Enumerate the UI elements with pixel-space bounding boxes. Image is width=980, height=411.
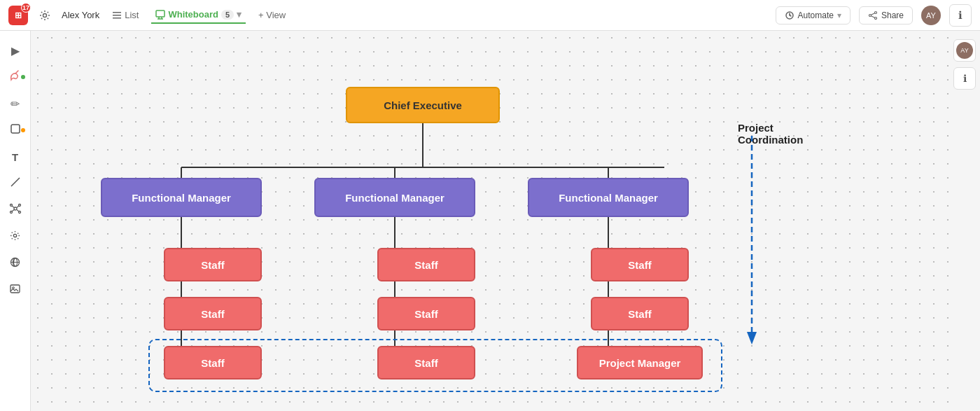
topbar-right: Automate ▾ Share AY ℹ <box>776 4 972 27</box>
info-button[interactable]: ℹ <box>949 4 972 27</box>
list-icon <box>112 11 122 20</box>
user-name: Alex York <box>62 10 99 20</box>
svg-point-8 <box>874 17 876 19</box>
workspace-icon[interactable]: ⊞ 17 <box>8 6 28 25</box>
gear-svg <box>39 10 50 21</box>
notification-badge: 17 <box>21 3 31 13</box>
chevron-down-icon: ▾ <box>237 9 241 20</box>
svg-rect-4 <box>156 11 164 17</box>
settings-icon[interactable] <box>36 4 53 27</box>
svg-rect-2 <box>113 15 121 16</box>
whiteboard-count: 5 <box>221 10 234 20</box>
topbar: ⊞ 17 Alex York List Whiteboard 5 ▾ + Vie… <box>0 0 980 31</box>
whiteboard-icon <box>155 10 165 20</box>
automate-chevron: ▾ <box>837 11 841 20</box>
share-icon <box>868 11 878 20</box>
nav-list[interactable]: List <box>108 7 143 23</box>
svg-rect-1 <box>113 12 121 13</box>
nav-whiteboard[interactable]: Whiteboard 5 ▾ <box>151 6 246 24</box>
avatar[interactable]: AY <box>921 6 941 25</box>
svg-rect-3 <box>113 18 121 19</box>
automate-icon <box>785 11 794 20</box>
share-button[interactable]: Share <box>859 6 913 25</box>
nav-view[interactable]: + View <box>254 7 290 23</box>
topbar-left: ⊞ 17 Alex York List Whiteboard 5 ▾ + Vie… <box>8 4 764 27</box>
workspace-icon-inner: ⊞ <box>15 11 22 20</box>
svg-point-0 <box>43 13 47 17</box>
svg-point-7 <box>869 14 871 16</box>
automate-button[interactable]: Automate ▾ <box>776 6 850 25</box>
svg-point-6 <box>874 11 876 13</box>
